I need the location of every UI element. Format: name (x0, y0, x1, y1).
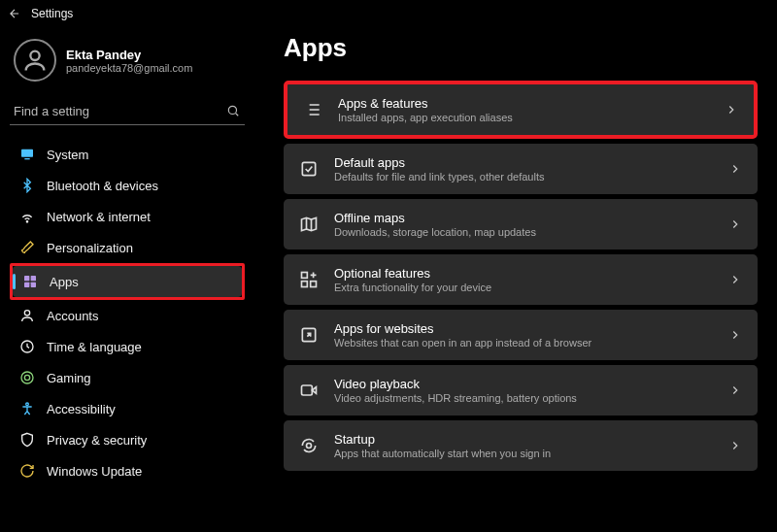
svg-rect-17 (311, 282, 317, 287)
profile-text: Ekta Pandey pandeyekta78@gmail.com (66, 48, 192, 74)
profile-email: pandeyekta78@gmail.com (66, 62, 192, 74)
bluetooth-icon (19, 178, 35, 193)
chevron-right-icon (728, 328, 742, 342)
main-panel: Apps Apps & features Installed apps, app… (254, 27, 777, 532)
svg-point-4 (26, 221, 27, 222)
video-icon (299, 381, 319, 400)
chevron-right-icon (728, 439, 742, 452)
svg-point-12 (24, 375, 29, 380)
cards-list: Apps & features Installed apps, app exec… (284, 81, 760, 471)
card-sub: Apps that automatically start when you s… (334, 448, 713, 459)
card-startup[interactable]: Startup Apps that automatically start wh… (284, 420, 758, 471)
card-sub: Websites that can open in an app instead… (334, 337, 713, 349)
sidebar-item-label: System (47, 148, 88, 162)
svg-point-1 (228, 106, 236, 114)
card-text: Apps for websites Websites that can open… (334, 321, 713, 349)
titlebar: Settings (0, 0, 777, 27)
svg-rect-19 (302, 385, 313, 395)
svg-rect-3 (24, 158, 29, 159)
search-input[interactable] (14, 104, 225, 118)
arrow-left-icon (8, 7, 21, 20)
svg-rect-14 (302, 162, 315, 175)
sidebar-item-label: Network & internet (47, 210, 151, 224)
svg-rect-2 (21, 150, 33, 157)
card-apps-websites[interactable]: Apps for websites Websites that can open… (284, 310, 758, 360)
nav-list: System Bluetooth & devices Network & int… (10, 139, 245, 486)
page-title: Apps (284, 33, 760, 63)
card-text: Video playback Video adjustments, HDR st… (334, 377, 713, 404)
search-box[interactable] (10, 97, 245, 125)
sidebar-item-label: Gaming (47, 371, 91, 385)
sidebar-item-personalization[interactable]: Personalization (10, 232, 245, 263)
card-sub: Extra functionality for your device (334, 282, 713, 293)
shield-icon (19, 432, 35, 448)
sidebar-item-network[interactable]: Network & internet (10, 201, 245, 232)
svg-point-20 (307, 444, 312, 449)
profile-name: Ekta Pandey (66, 48, 192, 62)
map-icon (299, 215, 319, 234)
svg-rect-15 (302, 273, 308, 279)
svg-rect-7 (24, 283, 29, 287)
content-area: Ekta Pandey pandeyekta78@gmail.com Syste… (0, 27, 777, 532)
sidebar-item-accounts[interactable]: Accounts (10, 300, 245, 331)
svg-rect-16 (302, 282, 308, 287)
search-icon (225, 103, 241, 118)
sidebar-item-gaming[interactable]: Gaming (10, 362, 245, 393)
add-grid-icon (299, 270, 319, 289)
sidebar-item-time[interactable]: Time & language (10, 331, 245, 362)
card-title: Offline maps (334, 211, 713, 225)
card-optional-features[interactable]: Optional features Extra functionality fo… (284, 254, 758, 305)
sidebar-item-privacy[interactable]: Privacy & security (10, 424, 245, 455)
sidebar-item-label: Personalization (47, 241, 133, 255)
card-title: Video playback (334, 377, 713, 391)
accounts-icon (19, 308, 35, 323)
card-title: Default apps (334, 155, 713, 170)
window-title: Settings (31, 7, 73, 20)
profile-block[interactable]: Ekta Pandey pandeyekta78@gmail.com (10, 33, 245, 95)
card-sub: Defaults for file and link types, other … (334, 171, 713, 183)
card-text: Offline maps Downloads, storage location… (334, 211, 713, 238)
sidebar-item-label: Time & language (47, 340, 142, 354)
card-default-apps[interactable]: Default apps Defaults for file and link … (284, 144, 758, 194)
card-title: Optional features (334, 266, 713, 281)
svg-rect-6 (31, 276, 36, 281)
back-button[interactable] (8, 7, 21, 20)
sidebar-item-label: Apps (50, 275, 79, 289)
sidebar-item-accessibility[interactable]: Accessibility (10, 393, 245, 424)
card-text: Startup Apps that automatically start wh… (334, 432, 713, 459)
chevron-right-icon (728, 383, 742, 397)
card-text: Apps & features Installed apps, app exec… (338, 96, 709, 123)
avatar (14, 39, 56, 82)
chevron-right-icon (725, 103, 738, 116)
sidebar: Ekta Pandey pandeyekta78@gmail.com Syste… (0, 27, 254, 532)
card-text: Default apps Defaults for file and link … (334, 155, 713, 183)
svg-rect-5 (24, 276, 29, 281)
sidebar-item-label: Accessibility (47, 402, 116, 416)
highlight-sidebar-apps: Apps (10, 263, 245, 300)
person-icon (21, 47, 49, 74)
card-sub: Downloads, storage location, map updates (334, 226, 713, 238)
apps-icon (22, 274, 38, 289)
gaming-icon (19, 370, 35, 385)
card-offline-maps[interactable]: Offline maps Downloads, storage location… (284, 199, 758, 249)
svg-point-0 (30, 51, 39, 60)
sidebar-item-label: Bluetooth & devices (47, 179, 158, 193)
sidebar-item-label: Windows Update (47, 464, 142, 479)
card-video-playback[interactable]: Video playback Video adjustments, HDR st… (284, 365, 758, 416)
sidebar-item-apps[interactable]: Apps (13, 266, 242, 297)
chevron-right-icon (728, 162, 742, 176)
accessibility-icon (19, 401, 35, 416)
card-apps-features[interactable]: Apps & features Installed apps, app exec… (284, 81, 758, 139)
launch-icon (299, 325, 319, 345)
sidebar-item-update[interactable]: Windows Update (10, 455, 245, 486)
card-sub: Installed apps, app execution aliases (338, 112, 709, 123)
sidebar-item-bluetooth[interactable]: Bluetooth & devices (10, 170, 245, 201)
brush-icon (19, 240, 35, 255)
sidebar-item-system[interactable]: System (10, 139, 245, 170)
svg-point-13 (26, 403, 29, 406)
startup-icon (299, 436, 319, 455)
chevron-right-icon (728, 217, 742, 231)
defaults-icon (299, 159, 319, 179)
sidebar-item-label: Accounts (47, 309, 98, 323)
sidebar-item-label: Privacy & security (47, 433, 147, 448)
